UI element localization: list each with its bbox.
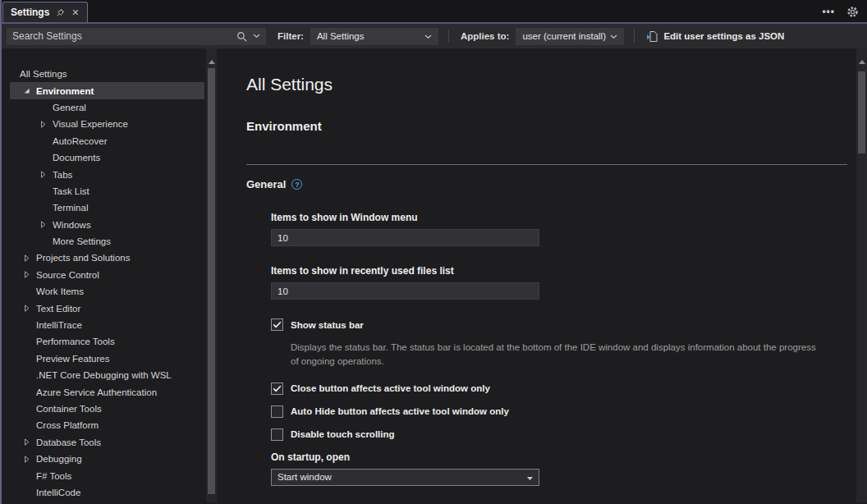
checkbox-label: Auto Hide button affects active tool win…: [291, 406, 509, 416]
search-input[interactable]: [7, 30, 236, 42]
tree-item-performance-tools[interactable]: Performance Tools: [2, 333, 217, 350]
json-document-icon: [646, 30, 658, 43]
tree-item-label: All Settings: [20, 69, 67, 79]
tree-item-cross-platform[interactable]: Cross Platform: [2, 417, 217, 433]
disable-touch-scrolling-checkbox[interactable]: [271, 428, 283, 441]
tree-collapsed-icon[interactable]: [23, 305, 36, 312]
tree-item-environment[interactable]: Environment: [10, 82, 204, 99]
checkbox-label: Close button affects active tool window …: [291, 383, 490, 393]
search-icon[interactable]: [236, 31, 247, 42]
tree-item-preview-features[interactable]: Preview Features: [2, 351, 217, 367]
tree-item-text-editor[interactable]: Text Editor: [2, 300, 217, 316]
tree-item-documents[interactable]: Documents: [2, 149, 217, 166]
close-icon[interactable]: ✕: [71, 8, 79, 17]
tree-item-label: Task List: [53, 186, 89, 196]
tree-item-autorecover[interactable]: AutoRecover: [2, 133, 217, 149]
tree-item-work-items[interactable]: Work Items: [2, 283, 217, 300]
sidebar-scrollbar[interactable]: [206, 48, 217, 502]
scrollbar-thumb[interactable]: [208, 68, 215, 494]
checkbox-label: Disable touch scrolling: [291, 429, 395, 439]
settings-window: Settings ✕ •••: [0, 0, 867, 504]
tree-item-label: Text Editor: [36, 304, 80, 314]
settings-form: Items to show in Window menuItems to sho…: [271, 212, 829, 486]
checkbox-row-disable-touch-scrolling: Disable touch scrolling: [271, 428, 829, 441]
tree-item-windows[interactable]: Windows: [2, 217, 217, 233]
applies-to-dropdown[interactable]: user (current install): [516, 28, 624, 45]
settings-toolbar: Filter: All Settings Applies to: user (c…: [2, 24, 867, 48]
toolbar-separator: [634, 30, 635, 43]
items-to-show-in-recently-used-files-list-input[interactable]: [271, 282, 539, 300]
tree-item-debugging[interactable]: Debugging: [2, 451, 217, 467]
checkbox-description: Displays the status bar. The status bar …: [291, 341, 823, 369]
tree-collapsed-icon[interactable]: [39, 221, 53, 228]
close-button-affects-active-tool-window-only-checkbox[interactable]: [271, 383, 283, 395]
field-items-to-show-in-window-menu: Items to show in Window menu: [271, 212, 829, 246]
chevron-down-icon: [424, 31, 432, 41]
section-title: Environment: [246, 119, 818, 133]
tree-collapsed-icon[interactable]: [23, 438, 36, 446]
tab-settings[interactable]: Settings ✕: [2, 2, 88, 22]
tree-item-label: Environment: [36, 86, 94, 96]
tree-item-task-list[interactable]: Task List: [2, 183, 217, 199]
toolbar-separator: [448, 30, 449, 43]
tree-item-label: Windows: [53, 220, 91, 230]
tree-item-label: Azure Service Authentication: [36, 387, 157, 397]
tree-collapsed-icon[interactable]: [23, 456, 36, 463]
tree-item-label: More Settings: [53, 236, 111, 246]
applies-to-label: Applies to:: [461, 31, 509, 41]
tree-item-container-tools[interactable]: Container Tools: [2, 401, 217, 417]
edit-json-button[interactable]: Edit user settings as JSON: [646, 30, 784, 43]
tree-collapsed-icon[interactable]: [39, 121, 53, 128]
search-options-chevron-icon[interactable]: [253, 34, 260, 39]
on-startup-open-dropdown[interactable]: Start window: [271, 469, 539, 486]
items-to-show-in-window-menu-input[interactable]: [271, 229, 539, 246]
content-scrollbar[interactable]: [856, 48, 867, 502]
scroll-up-icon[interactable]: [209, 55, 215, 66]
tree-item-label: Container Tools: [36, 404, 102, 414]
tree-item-azure-service-authentication[interactable]: Azure Service Authentication: [2, 383, 217, 400]
scrollbar-thumb[interactable]: [858, 71, 865, 153]
scroll-up-icon[interactable]: [859, 55, 865, 66]
tree-item-terminal[interactable]: Terminal: [2, 199, 217, 216]
tree-item-general[interactable]: General: [2, 99, 217, 116]
tree-collapsed-icon[interactable]: [23, 271, 36, 278]
tree-item-label: Tabs: [53, 170, 72, 180]
tab-strip: Settings ✕ •••: [2, 0, 867, 24]
tree-item-label: Source Control: [36, 270, 99, 280]
settings-body: All SettingsEnvironmentGeneralVisual Exp…: [2, 48, 867, 502]
auto-hide-button-affects-active-tool-window-only-checkbox[interactable]: [271, 405, 283, 418]
field-label: Items to show in Window menu: [271, 212, 829, 223]
show-status-bar-checkbox[interactable]: [271, 318, 283, 331]
tree-item-label: IntelliTrace: [36, 320, 82, 330]
tree-item-label: Work Items: [36, 286, 84, 296]
tree-collapsed-icon[interactable]: [39, 171, 53, 178]
dropdown-value: Start window: [278, 472, 332, 482]
tree-item-intellitrace[interactable]: IntelliTrace: [2, 317, 217, 333]
tree-expanded-icon[interactable]: [23, 87, 36, 94]
tree-item-source-control[interactable]: Source Control: [2, 267, 217, 283]
tree-item-all-settings[interactable]: All Settings: [2, 66, 217, 82]
chevron-down-icon: [610, 31, 617, 41]
filter-dropdown[interactable]: All Settings: [310, 28, 438, 45]
tree-item-label: F# Tools: [36, 471, 71, 481]
help-icon[interactable]: ?: [291, 179, 302, 190]
tree-item-net-core-debugging-with-wsl[interactable]: .NET Core Debugging with WSL: [2, 367, 217, 383]
tree-item-database-tools[interactable]: Database Tools: [2, 434, 217, 451]
tree-item-more-settings[interactable]: More Settings: [2, 233, 217, 250]
tree-item-label: .NET Core Debugging with WSL: [36, 370, 172, 380]
tree-item-tabs[interactable]: Tabs: [2, 166, 217, 182]
tree-item-intellicode[interactable]: IntelliCode: [2, 484, 217, 501]
settings-tree: All SettingsEnvironmentGeneralVisual Exp…: [2, 66, 217, 501]
tree-collapsed-icon[interactable]: [23, 254, 36, 262]
filter-label: Filter:: [278, 31, 304, 41]
pin-icon[interactable]: [56, 8, 65, 17]
tree-item-label: Preview Features: [36, 354, 109, 364]
tree-item-label: Visual Experience: [53, 119, 128, 129]
tree-item-projects-and-solutions[interactable]: Projects and Solutions: [2, 250, 217, 266]
tree-item-visual-experience[interactable]: Visual Experience: [2, 116, 217, 132]
gear-icon[interactable]: [846, 6, 859, 18]
field-items-to-show-in-recently-used-files-list: Items to show in recently used files lis…: [271, 265, 829, 300]
search-box[interactable]: [7, 28, 266, 45]
overflow-menu-icon[interactable]: •••: [822, 10, 835, 14]
tree-item-f-tools[interactable]: F# Tools: [2, 467, 217, 483]
